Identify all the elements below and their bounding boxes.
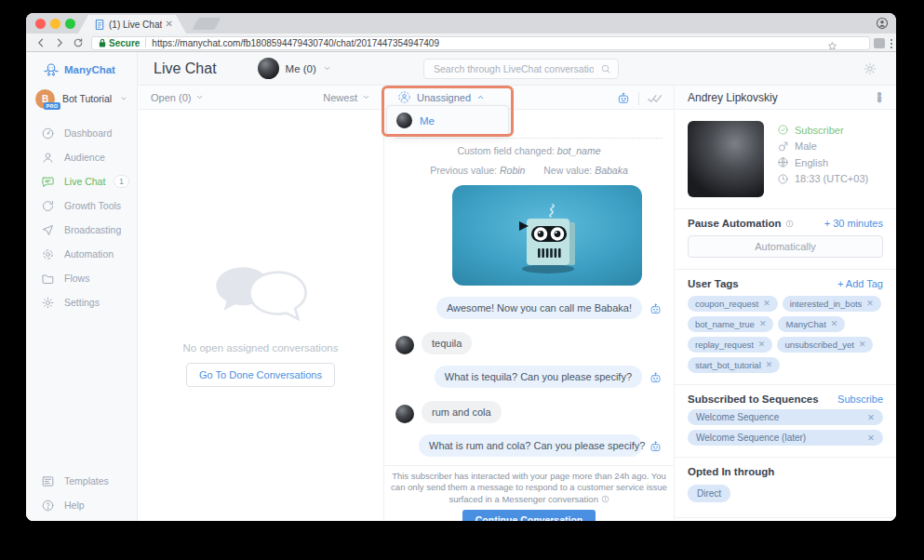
empty-message: No open assigned conversations — [138, 342, 383, 353]
bookmark-star-icon[interactable] — [827, 41, 837, 50]
status-filter[interactable]: Open (0) — [151, 92, 204, 103]
message-rows: Awesome! Now you can call me Babaka!tequ… — [384, 185, 674, 457]
search-input[interactable] — [424, 60, 618, 78]
browser-menu-icon[interactable] — [890, 37, 893, 49]
browser-window: (1) Live Chat ✕ Secure https://manychat.… — [26, 13, 896, 521]
page-title: Live Chat — [154, 60, 217, 77]
bot-message-bubble: What is tequila? Can you please specify? — [435, 366, 642, 388]
robot-image-message — [452, 185, 642, 286]
unread-count-badge: 1 — [114, 175, 129, 188]
message-row: What is rum and cola? Can you please spe… — [384, 434, 674, 457]
settings-gear-icon[interactable] — [863, 61, 877, 76]
audience-icon — [41, 151, 55, 165]
subscriber-details: SubscriberMaleEnglish18:33 (UTC+03) — [777, 121, 868, 197]
subscriber-avatar — [395, 405, 414, 423]
remove-tag-icon[interactable]: ✕ — [766, 361, 773, 369]
sidebar-item-growth-tools[interactable]: Growth Tools — [26, 193, 137, 218]
tab-title: (1) Live Chat — [109, 20, 162, 30]
assignment-filter[interactable]: Unassigned — [397, 90, 485, 104]
detail-label: Male — [795, 140, 817, 152]
sidebar-item-label: Settings — [64, 297, 100, 308]
sidebar-item-settings[interactable]: Settings — [26, 290, 137, 314]
account-avatar: B PRO — [35, 89, 55, 109]
back-icon[interactable] — [35, 37, 47, 48]
manychat-logo[interactable]: ManyChat — [43, 60, 137, 80]
minimize-window-button[interactable] — [50, 19, 60, 29]
bot-mode-icon[interactable] — [616, 91, 631, 106]
close-window-button[interactable] — [35, 19, 46, 29]
remove-sequence-icon[interactable]: ✕ — [867, 433, 875, 443]
pause-automation-title: Pause Automation — [688, 218, 794, 229]
bot-message-bubble: Awesome! Now you can call me Babaka! — [436, 297, 642, 319]
dropdown-option-me[interactable]: Me — [387, 109, 508, 132]
pro-badge: PRO — [44, 102, 60, 110]
octopus-logo-icon — [43, 61, 60, 78]
system-event-line1: Custom field changed: bot_name — [384, 145, 674, 156]
flows-icon — [41, 272, 55, 286]
sidebar-item-flows[interactable]: Flows — [26, 266, 137, 290]
divider — [675, 269, 896, 270]
sidebar-item-label: Live Chat — [64, 176, 105, 187]
sidebar-item-templates[interactable]: Templates — [26, 469, 137, 493]
remove-tag-icon[interactable]: ✕ — [763, 300, 770, 308]
sidebar-item-label: Help — [64, 500, 85, 511]
empty-state: No open assigned conversations Go To Don… — [138, 260, 383, 387]
sidebar-item-help[interactable]: Help — [26, 493, 137, 517]
add-tag-link[interactable]: + Add Tag — [837, 278, 883, 289]
sidebar-item-broadcasting[interactable]: Broadcasting — [26, 218, 137, 242]
sidebar-item-audience[interactable]: Audience — [26, 145, 137, 169]
remove-sequence-icon[interactable]: ✕ — [867, 412, 875, 422]
remove-tag-icon[interactable]: ✕ — [831, 320, 838, 328]
remove-tag-icon[interactable]: ✕ — [759, 320, 767, 328]
new-tab-button[interactable] — [193, 18, 221, 30]
sidebar-footer-nav: TemplatesHelp — [26, 469, 137, 517]
divider — [675, 517, 896, 518]
automatically-button[interactable]: Automatically — [688, 235, 883, 258]
go-to-done-button[interactable]: Go To Done Conversations — [186, 363, 335, 387]
info-icon[interactable] — [785, 220, 794, 228]
tag-label: bot_name_true — [695, 319, 755, 329]
help-icon — [41, 499, 55, 513]
sort-filter[interactable]: Newest — [323, 92, 370, 103]
extend-pause-link[interactable]: + 30 minutes — [824, 218, 883, 229]
browser-tab[interactable]: (1) Live Chat ✕ — [78, 15, 186, 33]
remove-tag-icon[interactable]: ✕ — [866, 300, 874, 308]
sidebar-item-live-chat[interactable]: Live Chat1 — [26, 169, 137, 193]
account-switcher[interactable]: B PRO Bot Tutorial — [35, 87, 137, 110]
remove-tag-icon[interactable]: ✕ — [758, 340, 766, 349]
detail-male: Male — [777, 140, 868, 153]
bot-message-bubble: What is rum and cola? Can you please spe… — [419, 434, 642, 457]
browser-profile-icon[interactable] — [876, 17, 889, 30]
sidebar-item-automation[interactable]: Automation — [26, 242, 137, 266]
tag-label: unsubscribed_yet — [784, 340, 853, 350]
subscriber-profile: SubscriberMaleEnglish18:33 (UTC+03) — [688, 121, 883, 197]
url-bar[interactable]: Secure https://manychat.com/fb1808594479… — [91, 36, 870, 50]
message-row — [384, 185, 674, 286]
chat-bubbles-graphic — [206, 260, 315, 327]
sidebar-item-dashboard[interactable]: Dashboard — [26, 121, 137, 145]
sequence-item: Welcome Sequence✕ — [688, 409, 883, 425]
continue-conversation-button[interactable]: Continue Conversation — [462, 510, 596, 521]
tab-close-icon[interactable]: ✕ — [166, 20, 173, 29]
chevron-down-icon — [195, 93, 204, 101]
info-icon[interactable] — [601, 495, 609, 503]
brand-name: ManyChat — [64, 64, 115, 75]
user-info-panel: Andrey Lipkovskiy ●●● SubscriberMaleEngl… — [675, 86, 896, 521]
detail-english: English — [777, 156, 868, 168]
sidebar-item-label: Audience — [64, 152, 105, 163]
subscriber-message-bubble: rum and cola — [422, 401, 502, 423]
user-tag: replay_request✕ — [688, 337, 772, 353]
forward-icon[interactable] — [54, 37, 65, 48]
chevron-up-icon — [476, 93, 485, 101]
secure-badge: Secure — [99, 38, 140, 48]
extension-icon[interactable] — [874, 38, 885, 48]
zoom-window-button[interactable] — [65, 19, 75, 29]
browser-tab-bar: (1) Live Chat ✕ — [26, 13, 896, 33]
reload-icon[interactable] — [73, 37, 84, 48]
user-tag: ManyChat✕ — [778, 316, 845, 332]
mark-done-icon[interactable] — [647, 90, 663, 106]
assignee-filter[interactable]: Me (0) — [258, 58, 331, 79]
remove-tag-icon[interactable]: ✕ — [859, 340, 866, 349]
subscribe-link[interactable]: Subscribe — [837, 393, 883, 405]
user-menu-icon[interactable]: ●●● — [876, 92, 883, 102]
